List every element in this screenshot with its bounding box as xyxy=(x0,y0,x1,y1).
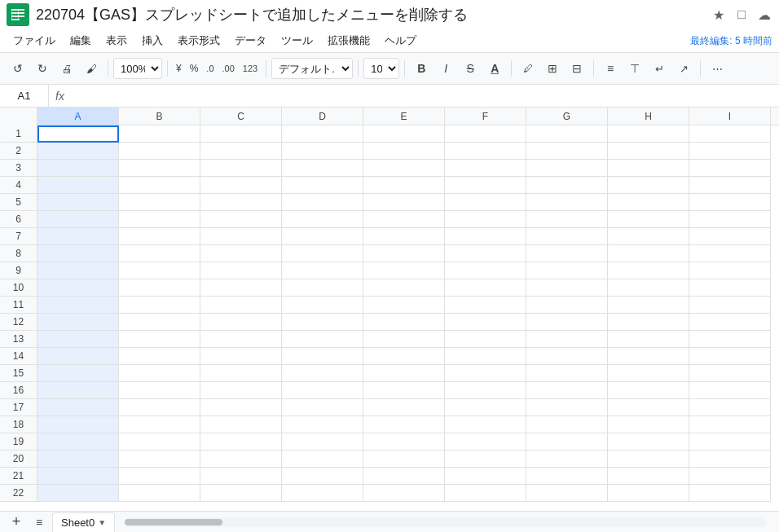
percent-format-button[interactable]: % xyxy=(187,57,202,80)
cell-G7[interactable] xyxy=(526,228,608,245)
row-number-21[interactable]: 21 xyxy=(0,468,37,485)
cell-E20[interactable] xyxy=(363,451,445,468)
cell-I4[interactable] xyxy=(689,177,771,194)
cell-E19[interactable] xyxy=(363,433,445,451)
cell-F10[interactable] xyxy=(445,279,526,297)
cell-C11[interactable] xyxy=(200,297,282,314)
cell-H9[interactable] xyxy=(608,262,689,279)
cell-E18[interactable] xyxy=(363,416,445,433)
cell-I5[interactable] xyxy=(689,194,771,211)
cell-I22[interactable] xyxy=(689,485,771,502)
row-number-2[interactable]: 2 xyxy=(0,143,37,160)
cell-B20[interactable] xyxy=(119,451,200,468)
column-header-i[interactable]: I xyxy=(689,108,771,125)
cell-B17[interactable] xyxy=(119,399,200,416)
menu-tools[interactable]: ツール xyxy=(275,31,319,51)
cell-E3[interactable] xyxy=(363,160,445,177)
cell-C13[interactable] xyxy=(200,331,282,348)
column-header-e[interactable]: E xyxy=(363,108,445,125)
cell-A17[interactable] xyxy=(37,399,119,416)
column-header-a[interactable]: A xyxy=(37,108,119,125)
cell-F21[interactable] xyxy=(445,468,526,485)
cell-F11[interactable] xyxy=(445,297,526,314)
cell-H7[interactable] xyxy=(608,228,689,245)
cell-B22[interactable] xyxy=(119,485,200,502)
row-number-3[interactable]: 3 xyxy=(0,160,37,177)
cell-C1[interactable] xyxy=(200,125,282,143)
cell-G6[interactable] xyxy=(526,211,608,228)
cell-F12[interactable] xyxy=(445,314,526,331)
cell-A3[interactable] xyxy=(37,160,119,177)
cell-E22[interactable] xyxy=(363,485,445,502)
cell-G10[interactable] xyxy=(526,279,608,297)
cell-H19[interactable] xyxy=(608,433,689,451)
cell-B14[interactable] xyxy=(119,348,200,365)
cell-H16[interactable] xyxy=(608,382,689,399)
cell-F18[interactable] xyxy=(445,416,526,433)
cell-H2[interactable] xyxy=(608,143,689,160)
cell-E5[interactable] xyxy=(363,194,445,211)
cell-D11[interactable] xyxy=(282,297,363,314)
row-number-22[interactable]: 22 xyxy=(0,485,37,502)
row-number-12[interactable]: 12 xyxy=(0,314,37,331)
row-number-7[interactable]: 7 xyxy=(0,228,37,245)
cell-H18[interactable] xyxy=(608,416,689,433)
cell-C12[interactable] xyxy=(200,314,282,331)
cell-I6[interactable] xyxy=(689,211,771,228)
horizontal-align-button[interactable]: ≡ xyxy=(599,57,622,80)
cell-D10[interactable] xyxy=(282,279,363,297)
cell-I16[interactable] xyxy=(689,382,771,399)
cell-A13[interactable] xyxy=(37,331,119,348)
row-number-13[interactable]: 13 xyxy=(0,331,37,348)
row-number-16[interactable]: 16 xyxy=(0,382,37,399)
cell-A1[interactable] xyxy=(37,125,119,143)
cell-G14[interactable] xyxy=(526,348,608,365)
cell-A16[interactable] xyxy=(37,382,119,399)
cell-F14[interactable] xyxy=(445,348,526,365)
cell-I21[interactable] xyxy=(689,468,771,485)
cell-C5[interactable] xyxy=(200,194,282,211)
cell-H10[interactable] xyxy=(608,279,689,297)
cell-A15[interactable] xyxy=(37,365,119,382)
cell-C20[interactable] xyxy=(200,451,282,468)
cell-C15[interactable] xyxy=(200,365,282,382)
row-number-11[interactable]: 11 xyxy=(0,297,37,314)
cell-B7[interactable] xyxy=(119,228,200,245)
cell-F20[interactable] xyxy=(445,451,526,468)
cell-G15[interactable] xyxy=(526,365,608,382)
cell-I11[interactable] xyxy=(689,297,771,314)
paint-format-button[interactable]: 🖌 xyxy=(80,57,103,80)
menu-view[interactable]: 表示 xyxy=(99,31,134,51)
cell-F1[interactable] xyxy=(445,125,526,143)
cell-D18[interactable] xyxy=(282,416,363,433)
cell-F15[interactable] xyxy=(445,365,526,382)
cell-G17[interactable] xyxy=(526,399,608,416)
menu-format[interactable]: 表示形式 xyxy=(171,31,227,51)
cell-H3[interactable] xyxy=(608,160,689,177)
cell-I12[interactable] xyxy=(689,314,771,331)
row-number-6[interactable]: 6 xyxy=(0,211,37,228)
cell-C9[interactable] xyxy=(200,262,282,279)
cell-E4[interactable] xyxy=(363,177,445,194)
row-number-4[interactable]: 4 xyxy=(0,177,37,194)
menu-extensions[interactable]: 拡張機能 xyxy=(321,31,376,51)
row-number-8[interactable]: 8 xyxy=(0,245,37,262)
cell-F4[interactable] xyxy=(445,177,526,194)
cell-A10[interactable] xyxy=(37,279,119,297)
cell-B15[interactable] xyxy=(119,365,200,382)
print-button[interactable]: 🖨 xyxy=(55,57,78,80)
cell-D1[interactable] xyxy=(282,125,363,143)
cell-B2[interactable] xyxy=(119,143,200,160)
cell-C22[interactable] xyxy=(200,485,282,502)
cell-A20[interactable] xyxy=(37,451,119,468)
vertical-align-button[interactable]: ⊤ xyxy=(623,57,646,80)
column-header-g[interactable]: G xyxy=(526,108,608,125)
menu-data[interactable]: データ xyxy=(228,31,273,51)
menu-file[interactable]: ファイル xyxy=(7,31,62,51)
cell-H6[interactable] xyxy=(608,211,689,228)
undo-button[interactable]: ↺ xyxy=(7,57,29,80)
cell-I3[interactable] xyxy=(689,160,771,177)
merge-cells-button[interactable]: ⊟ xyxy=(566,57,588,80)
cell-F13[interactable] xyxy=(445,331,526,348)
cell-A5[interactable] xyxy=(37,194,119,211)
